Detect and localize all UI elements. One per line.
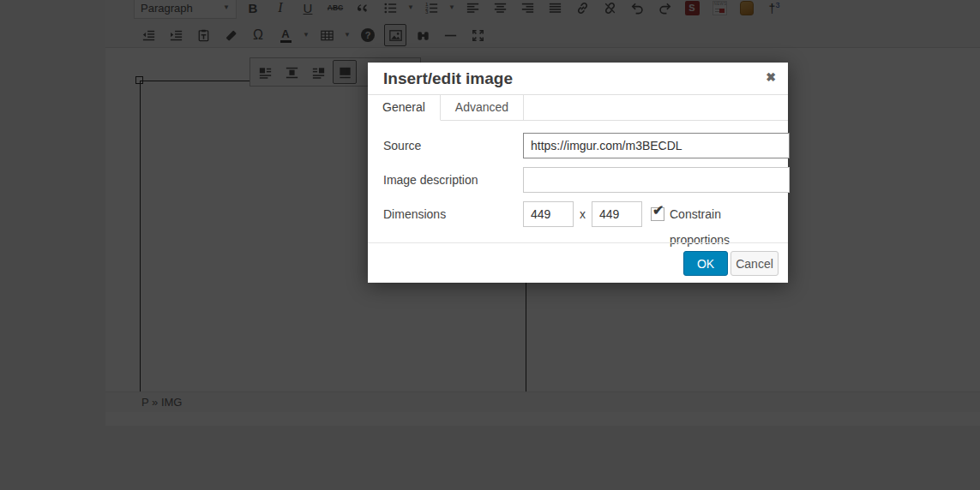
image-description-row: Image description	[383, 167, 773, 193]
dialog-footer: OK Cancel	[368, 242, 788, 283]
dialog-tabs: General Advanced	[368, 94, 788, 121]
constrain-proportions-checkbox[interactable]: ✔	[651, 207, 664, 221]
height-input[interactable]	[592, 201, 642, 227]
width-input[interactable]	[523, 201, 574, 227]
tab-advanced[interactable]: Advanced	[441, 95, 524, 121]
image-description-input[interactable]	[523, 167, 790, 193]
insert-edit-image-dialog: Insert/edit image ✖ General Advanced Sou…	[368, 63, 788, 283]
close-icon[interactable]: ✖	[766, 70, 776, 84]
source-label: Source	[383, 133, 421, 158]
dimensions-label: Dimensions	[383, 201, 446, 227]
dimensions-row: Dimensions x ✔ Constrain proportions	[383, 201, 773, 227]
image-description-label: Image description	[383, 167, 478, 193]
source-input[interactable]	[523, 133, 790, 158]
dimensions-separator: x	[580, 201, 586, 227]
dialog-title: Insert/edit image	[383, 69, 513, 88]
wp-post-editor-screen: Paragraph ▼ B I U ABC ▼ 123 ▼	[0, 0, 980, 490]
source-row: Source	[383, 133, 773, 158]
cancel-button[interactable]: Cancel	[730, 251, 779, 276]
tab-general[interactable]: General	[368, 95, 441, 121]
checkmark-icon: ✔	[652, 202, 664, 218]
tab-filler	[524, 95, 788, 121]
ok-button[interactable]: OK	[683, 251, 728, 276]
